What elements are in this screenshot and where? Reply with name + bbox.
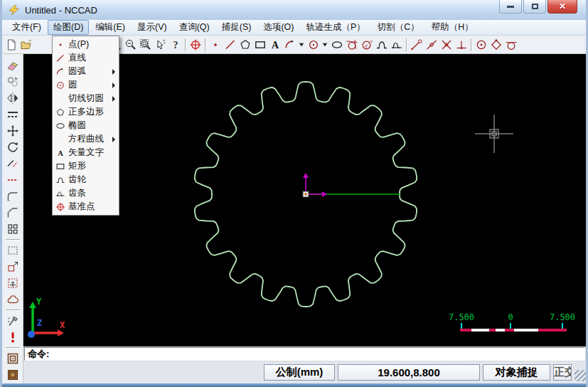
- statusbar-field-3[interactable]: 对象捕捉: [483, 364, 550, 381]
- draw-menu-item-5[interactable]: 切线切圆: [53, 92, 119, 105]
- tangent-circle-button[interactable]: [344, 37, 359, 52]
- menubar-item-6[interactable]: 捕捉(S): [216, 20, 257, 35]
- resize-grip[interactable]: [574, 370, 586, 381]
- menubar-item-1[interactable]: 文件(F): [6, 20, 47, 35]
- menubar-item-9[interactable]: 切割（C）: [372, 20, 425, 35]
- help-button[interactable]: ?: [168, 37, 183, 52]
- statusbar-field-4[interactable]: 正交: [553, 364, 572, 381]
- snap-endpoint-button[interactable]: [409, 37, 424, 52]
- scale-icon: [6, 260, 19, 273]
- arc-button[interactable]: [282, 37, 297, 52]
- base-point-button[interactable]: [188, 37, 203, 52]
- snap-intersection-icon: [440, 38, 453, 51]
- red-dash-button[interactable]: [4, 171, 21, 188]
- command-input[interactable]: 命令:: [24, 347, 585, 361]
- copy-button[interactable]: [4, 73, 21, 90]
- draw-menu-item-3[interactable]: 圆弧: [53, 65, 119, 78]
- draw-menu-item-label: 方程曲线: [68, 133, 112, 145]
- dropdown-arrow-button[interactable]: [297, 37, 306, 52]
- text-icon: A: [269, 38, 282, 51]
- axe-icon: [6, 314, 19, 327]
- menubar-item-7[interactable]: 选项(O): [257, 20, 299, 35]
- array-button[interactable]: [4, 221, 21, 237]
- mirror-button[interactable]: [4, 90, 21, 106]
- chamfer-button[interactable]: [4, 204, 21, 221]
- snap-tangent-button[interactable]: [503, 37, 518, 52]
- menubar-item-5[interactable]: 查询(Q): [173, 20, 215, 35]
- rack-button[interactable]: [389, 37, 404, 52]
- zoom-out-icon: [124, 38, 137, 51]
- point-button[interactable]: [208, 37, 223, 52]
- zoom-out-button[interactable]: [123, 37, 138, 52]
- menubar-item-2[interactable]: 绘图(D): [48, 20, 89, 35]
- menubar-item-4[interactable]: 显示(V): [132, 20, 173, 35]
- draw-menu-item-label: 圆弧: [68, 65, 112, 78]
- snap-intersection-button[interactable]: [439, 37, 454, 52]
- scale-button[interactable]: [4, 258, 21, 275]
- snap-quadrant-button[interactable]: [488, 37, 503, 52]
- transform-icon: [6, 277, 19, 290]
- draw-menu-item-4[interactable]: 圆: [53, 78, 119, 92]
- fillet-button[interactable]: [4, 188, 21, 204]
- dropdown-arrow-button[interactable]: [321, 37, 329, 52]
- statusbar-spacer: [25, 364, 261, 381]
- transform-button[interactable]: [4, 275, 21, 291]
- linestyle-button[interactable]: [4, 106, 21, 122]
- svg-text:A: A: [58, 148, 63, 157]
- rectangle-button[interactable]: [252, 37, 267, 52]
- draw-menu-item-label: 基准点: [68, 201, 117, 213]
- minimize-button[interactable]: [499, 0, 522, 14]
- snap-midpoint-button[interactable]: [424, 37, 439, 52]
- equation-curve-button[interactable]: ec: [359, 37, 374, 52]
- titlebar: Untitled - NCCAD ✕: [2, 0, 586, 20]
- eraser-button[interactable]: [4, 57, 21, 73]
- nested-squares-button[interactable]: [4, 350, 21, 366]
- maximize-button[interactable]: [523, 0, 546, 14]
- statusbar-field-1: 公制(mm): [264, 364, 335, 381]
- zoom-all-button[interactable]: [138, 37, 153, 52]
- trim-button[interactable]: [4, 155, 21, 171]
- draw-menu-item-2[interactable]: 直线: [53, 51, 119, 65]
- ucs-axis-icon: YXZ: [28, 297, 65, 338]
- draw-menu-item-12[interactable]: 齿条: [53, 186, 119, 200]
- draw-menu-item-7[interactable]: 椭圆: [53, 119, 119, 132]
- snap-foot-button[interactable]: [454, 37, 469, 52]
- new-file-button[interactable]: [4, 37, 18, 52]
- draw-menu-item-8[interactable]: 方程曲线: [53, 132, 119, 146]
- pan-button[interactable]: [153, 37, 168, 52]
- draw-menu-item-6[interactable]: 正多边形: [53, 105, 119, 119]
- draw-menu-item-9[interactable]: A矢量文字: [53, 146, 119, 159]
- select-rect-button[interactable]: [4, 242, 21, 258]
- menubar-item-10[interactable]: 帮助（H）: [426, 20, 479, 35]
- draw-menu-item-11[interactable]: 齿轮: [53, 173, 119, 186]
- warning-button[interactable]: [4, 329, 21, 345]
- ellipse-button[interactable]: [329, 37, 344, 52]
- svg-text:c: c: [370, 39, 373, 43]
- draw-menu-item-label: 矩形: [68, 160, 117, 172]
- svg-text:?: ?: [173, 40, 178, 51]
- gear-button[interactable]: [374, 37, 389, 52]
- menubar-item-8[interactable]: 轨迹生成（P）: [300, 20, 370, 35]
- snap-center-button[interactable]: [474, 37, 488, 52]
- rotate-button[interactable]: [4, 139, 21, 155]
- toolbar-separator: [471, 38, 471, 51]
- dark-squares-button[interactable]: [4, 366, 21, 383]
- draw-menu-item-1[interactable]: 点(P): [53, 38, 119, 51]
- circle-button[interactable]: [306, 37, 321, 52]
- menubar-item-3[interactable]: 编辑(E): [90, 20, 131, 35]
- close-button[interactable]: ✕: [547, 0, 577, 14]
- rack-icon: [53, 189, 68, 198]
- move-icon: [6, 124, 19, 137]
- trim-icon: [6, 157, 19, 170]
- line-button[interactable]: [223, 37, 237, 52]
- open-file-button[interactable]: [18, 37, 33, 52]
- axe-button[interactable]: [4, 312, 21, 329]
- draw-menu-item-10[interactable]: 矩形: [53, 159, 119, 173]
- maximize-icon: [532, 4, 538, 9]
- move-button[interactable]: [4, 122, 21, 139]
- draw-menu-item-13[interactable]: 基准点: [53, 200, 119, 213]
- polygon-button[interactable]: [237, 37, 252, 52]
- cloud-button[interactable]: [4, 291, 21, 307]
- text-button[interactable]: A: [267, 37, 282, 52]
- draw-menu-item-label: 正多边形: [68, 106, 117, 118]
